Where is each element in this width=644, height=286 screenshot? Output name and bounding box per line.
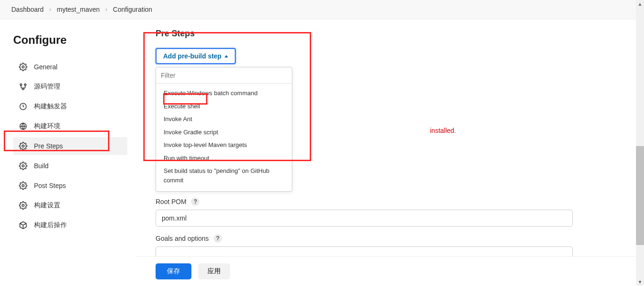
sidebar-item-label: Build xyxy=(34,162,49,170)
dropdown-item[interactable]: Invoke Ant xyxy=(156,113,292,126)
caret-up-icon xyxy=(224,55,228,57)
scroll-down-icon[interactable]: ▼ xyxy=(636,278,644,286)
box-icon xyxy=(19,221,27,229)
sidebar-item-label: 构建触发器 xyxy=(34,102,67,111)
sidebar-item-build[interactable]: Build xyxy=(13,157,127,175)
dropdown-item[interactable]: Invoke Gradle script xyxy=(156,126,292,139)
save-button[interactable]: 保存 xyxy=(156,263,191,279)
sidebar-item-environment[interactable]: 构建环境 xyxy=(13,117,127,135)
sidebar-item-label: Pre Steps xyxy=(34,142,63,150)
main-content: Pre Steps Add pre-build step Execute Win… xyxy=(137,19,644,285)
section-title-pre-steps: Pre Steps xyxy=(156,29,573,39)
dropdown-item-execute-shell[interactable]: Execute shell xyxy=(156,100,292,113)
svg-point-1 xyxy=(20,84,22,86)
sidebar-item-label: General xyxy=(34,63,58,71)
svg-point-2 xyxy=(25,84,26,86)
sidebar-item-build-settings[interactable]: 构建设置 xyxy=(13,196,127,214)
sidebar-item-general[interactable]: General xyxy=(13,58,127,76)
dropdown-item[interactable]: Execute Windows batch command xyxy=(156,87,292,100)
sidebar-item-scm[interactable]: 源码管理 xyxy=(13,78,127,96)
footer-bar: 保存 应用 xyxy=(137,256,644,286)
page-title: Configure xyxy=(13,33,127,47)
sidebar-item-post-steps[interactable]: Post Steps xyxy=(13,177,127,195)
scrollbar-thumb[interactable] xyxy=(636,146,644,245)
svg-point-8 xyxy=(22,185,25,187)
sidebar-item-triggers[interactable]: 构建触发器 xyxy=(13,98,127,115)
breadcrumb-item-project[interactable]: mytest_maven xyxy=(57,6,100,13)
apply-button[interactable]: 应用 xyxy=(198,263,230,279)
gear-icon xyxy=(19,201,27,210)
dropdown-item[interactable]: Run with timeout xyxy=(156,152,292,165)
clock-icon xyxy=(19,102,27,111)
root-pom-input[interactable] xyxy=(156,210,573,227)
breadcrumb: Dashboard › mytest_maven › Configuration xyxy=(0,0,644,19)
gear-icon xyxy=(19,162,27,170)
breadcrumb-item-configuration[interactable]: Configuration xyxy=(113,6,152,13)
sidebar-item-label: 源码管理 xyxy=(34,82,60,91)
scrollbar[interactable]: ▲ ▼ xyxy=(636,0,644,286)
svg-point-7 xyxy=(22,165,25,167)
sidebar-item-label: 构建设置 xyxy=(34,201,60,210)
button-label: Add pre-build step xyxy=(163,52,222,60)
svg-point-6 xyxy=(22,145,25,147)
gear-icon xyxy=(19,63,27,71)
breadcrumb-item-dashboard[interactable]: Dashboard xyxy=(11,6,44,13)
goals-label: Goals and options xyxy=(156,235,209,242)
help-icon[interactable]: ? xyxy=(214,234,222,243)
root-pom-label: Root POM xyxy=(156,198,186,205)
sidebar-item-post-build-actions[interactable]: 构建后操作 xyxy=(13,216,127,234)
scroll-up-icon[interactable]: ▲ xyxy=(636,0,644,8)
gear-icon xyxy=(19,142,27,150)
dropdown-item[interactable]: Invoke top-level Maven targets xyxy=(156,139,292,152)
svg-point-0 xyxy=(22,66,25,68)
sidebar-item-label: 构建环境 xyxy=(34,122,60,131)
warning-text: installed. xyxy=(430,127,456,134)
sidebar-item-pre-steps[interactable]: Pre Steps xyxy=(13,137,127,155)
sidebar-item-label: Post Steps xyxy=(34,182,66,189)
branch-icon xyxy=(19,82,27,91)
add-step-dropdown: Execute Windows batch command Execute sh… xyxy=(156,67,292,192)
svg-point-9 xyxy=(22,204,25,207)
sidebar: Configure General 源码管理 构建触发器 xyxy=(0,19,137,285)
add-pre-build-step-button[interactable]: Add pre-build step xyxy=(156,48,236,64)
chevron-right-icon: › xyxy=(50,6,51,13)
globe-icon xyxy=(19,122,27,131)
sidebar-item-label: 构建后操作 xyxy=(34,221,67,229)
dropdown-item[interactable]: Set build status to "pending" on GitHub … xyxy=(156,164,292,187)
chevron-right-icon: › xyxy=(106,6,107,13)
gear-icon xyxy=(19,181,27,190)
filter-input[interactable] xyxy=(156,67,292,84)
help-icon[interactable]: ? xyxy=(191,197,199,206)
